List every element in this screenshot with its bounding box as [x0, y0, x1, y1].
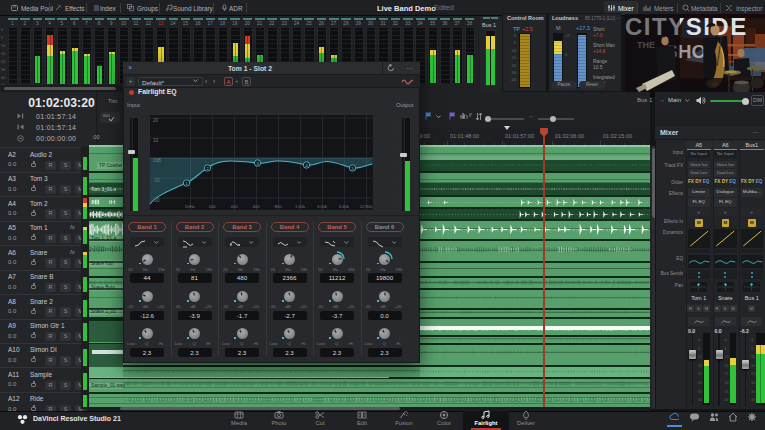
svg-text:-20: -20	[153, 198, 160, 203]
svg-text:-10: -10	[153, 178, 160, 183]
svg-text:0dB: 0dB	[153, 158, 161, 163]
svg-text:20: 20	[153, 118, 159, 123]
svg-text:10: 10	[153, 138, 159, 143]
